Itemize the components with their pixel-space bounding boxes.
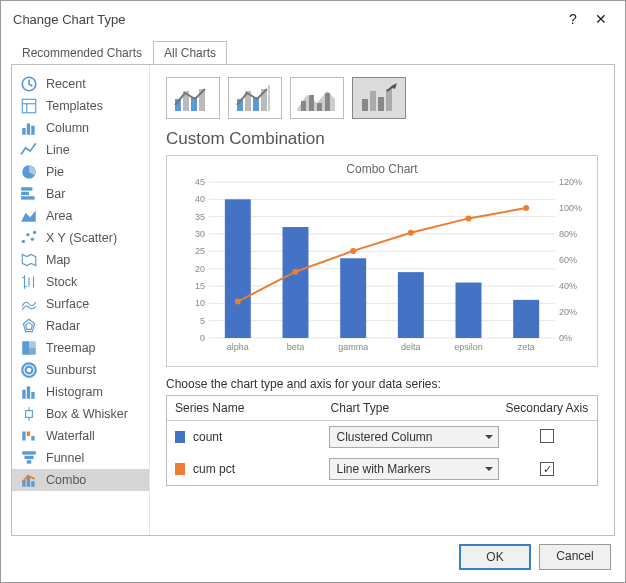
svg-text:25: 25 xyxy=(195,246,205,256)
bar-icon xyxy=(20,186,38,202)
sidebar-item-box[interactable]: Box & Whisker xyxy=(12,403,149,425)
sidebar-item-combo[interactable]: Combo xyxy=(12,469,149,491)
svg-text:80%: 80% xyxy=(559,229,577,239)
svg-rect-93 xyxy=(398,272,424,338)
sidebar-item-histogram[interactable]: Histogram xyxy=(12,381,149,403)
sidebar-item-label: Column xyxy=(46,121,89,135)
svg-point-25 xyxy=(22,363,36,377)
waterfall-icon xyxy=(20,428,38,444)
sidebar-item-stock[interactable]: Stock xyxy=(12,271,149,293)
cancel-button[interactable]: Cancel xyxy=(539,544,611,570)
svg-rect-89 xyxy=(283,227,309,338)
svg-rect-58 xyxy=(386,89,392,111)
templates-icon xyxy=(20,98,38,114)
combo-subtype-1[interactable] xyxy=(166,77,220,119)
sidebar-item-recent[interactable]: Recent xyxy=(12,73,149,95)
combo-subtype-4[interactable] xyxy=(352,77,406,119)
svg-point-26 xyxy=(26,367,33,374)
series-type-dropdown[interactable]: Line with Markers xyxy=(329,458,499,480)
header-chart-type: Chart Type xyxy=(331,401,499,415)
svg-rect-54 xyxy=(325,93,330,111)
sidebar-item-label: Templates xyxy=(46,99,103,113)
sidebar-item-label: Sunburst xyxy=(46,363,96,377)
svg-rect-35 xyxy=(31,436,34,441)
svg-text:10: 10 xyxy=(195,298,205,308)
svg-point-14 xyxy=(33,231,36,234)
sidebar-item-label: Recent xyxy=(46,77,86,91)
svg-point-101 xyxy=(350,248,356,254)
sidebar-item-funnel[interactable]: Funnel xyxy=(12,447,149,469)
sidebar-item-surface[interactable]: Surface xyxy=(12,293,149,315)
treemap-icon xyxy=(20,340,38,356)
funnel-icon xyxy=(20,450,38,466)
svg-rect-30 xyxy=(26,411,33,418)
combo-subtype-3[interactable] xyxy=(290,77,344,119)
sidebar-item-radar[interactable]: Radar xyxy=(12,315,149,337)
sidebar-item-label: Map xyxy=(46,253,70,267)
series-name: count xyxy=(193,430,222,444)
svg-text:20: 20 xyxy=(195,264,205,274)
sidebar-item-label: Stock xyxy=(46,275,77,289)
sidebar-item-label: Surface xyxy=(46,297,89,311)
svg-rect-36 xyxy=(22,451,36,454)
series-name: cum pct xyxy=(193,462,235,476)
svg-rect-4 xyxy=(22,128,25,135)
secondary-axis-checkbox[interactable] xyxy=(540,429,554,443)
svg-rect-91 xyxy=(340,258,366,338)
svg-rect-40 xyxy=(27,477,30,487)
series-type-dropdown[interactable]: Clustered Column xyxy=(329,426,499,448)
line-icon xyxy=(20,142,38,158)
sidebar-item-pie[interactable]: Pie xyxy=(12,161,149,183)
sidebar-item-templates[interactable]: Templates xyxy=(12,95,149,117)
ok-button[interactable]: OK xyxy=(459,544,531,570)
sidebar-item-sunburst[interactable]: Sunburst xyxy=(12,359,149,381)
svg-rect-9 xyxy=(21,192,29,195)
svg-text:35: 35 xyxy=(195,212,205,222)
svg-rect-10 xyxy=(21,196,35,199)
svg-rect-87 xyxy=(225,199,251,338)
pie-icon xyxy=(20,164,38,180)
header-secondary-axis: Secondary Axis xyxy=(505,401,589,415)
sidebar-item-line[interactable]: Line xyxy=(12,139,149,161)
sidebar-item-waterfall[interactable]: Waterfall xyxy=(12,425,149,447)
series-table: Series Name Chart Type Secondary Axis co… xyxy=(166,395,598,486)
svg-text:20%: 20% xyxy=(559,307,577,317)
sidebar-item-treemap[interactable]: Treemap xyxy=(12,337,149,359)
box-icon xyxy=(20,406,38,422)
sidebar-item-label: X Y (Scatter) xyxy=(46,231,117,245)
help-button[interactable]: ? xyxy=(559,9,587,29)
combo-subtype-2[interactable] xyxy=(228,77,282,119)
svg-rect-38 xyxy=(27,460,32,463)
svg-text:beta: beta xyxy=(287,342,305,352)
svg-point-103 xyxy=(466,215,472,221)
svg-point-100 xyxy=(293,269,299,275)
series-row: cum pctLine with Markers✓ xyxy=(167,453,597,485)
tab-all-charts[interactable]: All Charts xyxy=(153,41,227,64)
sidebar-item-label: Bar xyxy=(46,187,65,201)
svg-rect-6 xyxy=(31,126,34,135)
series-swatch xyxy=(175,431,185,443)
svg-rect-51 xyxy=(301,101,306,111)
secondary-axis-checkbox[interactable]: ✓ xyxy=(540,462,554,476)
tab-recommended-charts[interactable]: Recommended Charts xyxy=(11,41,153,64)
sunburst-icon xyxy=(20,362,38,378)
sidebar-item-area[interactable]: Area xyxy=(12,205,149,227)
svg-point-104 xyxy=(523,205,529,211)
svg-rect-1 xyxy=(22,99,36,113)
close-button[interactable]: ✕ xyxy=(587,9,615,29)
sidebar-item-label: Histogram xyxy=(46,385,103,399)
surface-icon xyxy=(20,296,38,312)
sidebar-item-scatter[interactable]: X Y (Scatter) xyxy=(12,227,149,249)
chart-category-sidebar: RecentTemplatesColumnLinePieBarAreaX Y (… xyxy=(12,65,150,535)
column-icon xyxy=(20,120,38,136)
svg-point-11 xyxy=(22,240,25,243)
svg-text:45: 45 xyxy=(195,178,205,187)
sidebar-item-map[interactable]: Map xyxy=(12,249,149,271)
sidebar-item-label: Funnel xyxy=(46,451,84,465)
svg-text:5: 5 xyxy=(200,316,205,326)
svg-text:delta: delta xyxy=(401,342,421,352)
combo-icon xyxy=(20,472,38,488)
sidebar-item-column[interactable]: Column xyxy=(12,117,149,139)
sidebar-item-bar[interactable]: Bar xyxy=(12,183,149,205)
subtype-heading: Custom Combination xyxy=(166,129,598,149)
